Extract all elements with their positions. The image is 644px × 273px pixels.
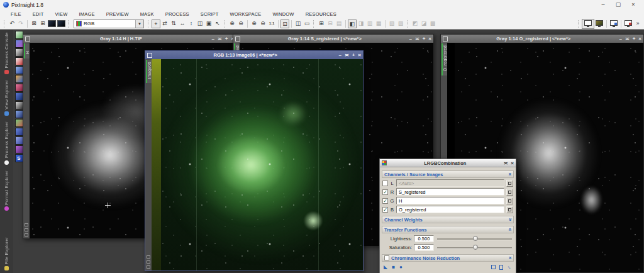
menu-edit[interactable]: EDIT	[27, 11, 50, 17]
toolbar-button[interactable]: ▣	[204, 20, 213, 28]
menu-script[interactable]: SCRIPT	[195, 11, 225, 17]
window-titlebar-active[interactable]: RGB 1:13 Image06 | <*new*> – ≍ + ×	[145, 51, 363, 59]
dialog-titlebar[interactable]: LRGBCombination ≍ ×	[380, 159, 516, 167]
toolbar-button[interactable]: ▧	[387, 20, 396, 28]
toolbar-button[interactable]: ↔	[178, 20, 187, 28]
section-chrominance-noise-reduction[interactable]: Chrominance Noise Reduction «	[382, 254, 514, 262]
window-shade-button[interactable]: ≍	[625, 35, 630, 43]
view-tab[interactable]: Image06	[146, 60, 152, 83]
toolbar-button[interactable]: ◪	[419, 20, 428, 28]
window-close-button[interactable]: ×	[358, 52, 361, 59]
cnr-checkbox[interactable]	[384, 255, 389, 260]
menu-resources[interactable]: RESOURCES	[300, 11, 342, 17]
window-thumbnail-icon[interactable]	[147, 53, 152, 58]
window-minimize-button[interactable]: –	[619, 35, 622, 43]
toolbar-button[interactable]: ▤	[335, 20, 343, 28]
toolbar-overflow-button[interactable]: »	[633, 20, 642, 28]
view-tab[interactable]: H	[24, 43, 30, 58]
monitor-new-icon[interactable]	[610, 20, 618, 26]
process-icon[interactable]	[15, 92, 23, 101]
process-icon[interactable]	[15, 48, 23, 57]
minimize-button[interactable]: –	[596, 0, 611, 9]
window-thumbnail-icon[interactable]	[443, 36, 448, 42]
saturation-slider[interactable]	[437, 244, 513, 251]
toolbar-button[interactable]: ▦	[374, 20, 383, 28]
strip-icon[interactable]	[25, 228, 28, 231]
process-icon[interactable]	[15, 75, 23, 83]
process-icon[interactable]	[15, 84, 23, 92]
toolbar-button[interactable]: ⊟	[326, 20, 335, 28]
strip-icon[interactable]	[25, 233, 28, 237]
toolbar-grip[interactable]	[4, 20, 6, 28]
process-icon[interactable]	[15, 110, 23, 118]
dialog-shade-button[interactable]: ≍	[504, 160, 508, 166]
menu-window[interactable]: WINDOW	[267, 11, 300, 17]
process-icon[interactable]	[15, 40, 23, 48]
strip-icon[interactable]	[147, 255, 150, 259]
toolbar-button[interactable]: ▨	[396, 20, 405, 28]
realtime-preview-button[interactable]: ●	[399, 264, 402, 270]
window-thumbnail-icon[interactable]	[25, 36, 30, 42]
expand-icon[interactable]: «	[506, 256, 513, 259]
new-instance-button[interactable]: ◣	[384, 264, 387, 270]
script-process-icon[interactable]: S	[15, 154, 23, 162]
move-tool-button[interactable]: +	[152, 20, 160, 28]
edit-source-button[interactable]	[499, 265, 503, 270]
toolbar-button[interactable]: ↕	[187, 20, 196, 28]
maximize-button[interactable]: ▢	[611, 0, 626, 9]
process-icon[interactable]	[15, 119, 23, 127]
process-icon[interactable]	[15, 57, 23, 65]
sidebar-item-view-explorer[interactable]: View Explorer	[4, 80, 9, 116]
toolbar-button[interactable]: ▩	[428, 20, 437, 28]
section-channels[interactable]: Channels / Source Images «	[382, 170, 514, 178]
window-titlebar[interactable]: Gray 1:14 O_registered | <*new*> – ≍ + ×	[441, 35, 643, 43]
stf-thumbnail-icon[interactable]	[48, 20, 56, 27]
process-icon[interactable]	[15, 31, 23, 39]
reset-button[interactable]: ↔	[506, 264, 513, 270]
sidebar-item-process-console[interactable]: Process Console	[4, 32, 9, 74]
channel-g-checkbox[interactable]: ✓	[382, 198, 388, 204]
slider-handle[interactable]	[473, 245, 478, 250]
toolbar-button[interactable]: ⇄	[160, 20, 169, 28]
stf-thumbnail-icon[interactable]	[57, 20, 65, 27]
zoom-out-alt-button[interactable]: ⊖	[258, 20, 267, 28]
toolbar-button[interactable]: ▭	[303, 20, 311, 28]
toolbar-button[interactable]: ◫	[196, 20, 204, 28]
strip-icon[interactable]	[147, 265, 150, 269]
menu-mask[interactable]: MASK	[135, 11, 160, 17]
window-shade-button[interactable]: ≍	[345, 52, 349, 59]
fit-view-button[interactable]: ⊡	[280, 20, 289, 28]
channel-r-input[interactable]	[396, 188, 504, 196]
window-close-button[interactable]: ×	[638, 35, 641, 43]
window-titlebar[interactable]: Gray 1:14 H | H.TIF – ≍ + ×	[23, 35, 236, 43]
toolbar-grip[interactable]	[578, 20, 580, 28]
cursor-tool-button[interactable]: ↖	[213, 20, 222, 28]
window-shade-button[interactable]: ≍	[415, 35, 419, 43]
toolbar-button[interactable]: ◧	[348, 20, 357, 28]
sidebar-item-format-explorer[interactable]: Format Explorer	[4, 170, 9, 211]
channel-r-checkbox[interactable]: ✓	[382, 189, 388, 195]
toolbar-grip[interactable]	[224, 20, 226, 28]
monitor-close-icon[interactable]	[625, 20, 632, 26]
process-icon[interactable]	[15, 128, 23, 136]
slider-handle[interactable]	[473, 236, 478, 241]
collapse-icon[interactable]: «	[506, 172, 513, 176]
window-zoom-button[interactable]: +	[423, 35, 426, 43]
close-image-button[interactable]: ⊠	[30, 20, 38, 28]
menu-process[interactable]: PROCESS	[160, 11, 195, 17]
window-minimize-button[interactable]: –	[409, 35, 412, 43]
collapse-icon[interactable]: «	[506, 228, 513, 231]
window-zoom-button[interactable]: +	[352, 52, 355, 59]
menu-image[interactable]: IMAGE	[74, 11, 101, 17]
window-titlebar[interactable]: Gray 1:14 S_registered | <*new*> – ≍ + ×	[233, 35, 433, 43]
toolbar-button[interactable]: ◨	[357, 20, 365, 28]
toolbar-button[interactable]: ◩	[411, 20, 419, 28]
process-icon[interactable]	[15, 101, 23, 109]
view-tab[interactable]: O_registered	[441, 43, 447, 75]
menu-view[interactable]: VIEW	[50, 11, 74, 17]
dialog-close-button[interactable]: ×	[511, 160, 514, 166]
chevron-down-icon[interactable]: ▼	[135, 20, 143, 28]
section-transfer-functions[interactable]: Transfer Functions «	[382, 226, 514, 233]
channel-g-input[interactable]	[396, 197, 504, 204]
view-select-button[interactable]	[506, 180, 513, 187]
